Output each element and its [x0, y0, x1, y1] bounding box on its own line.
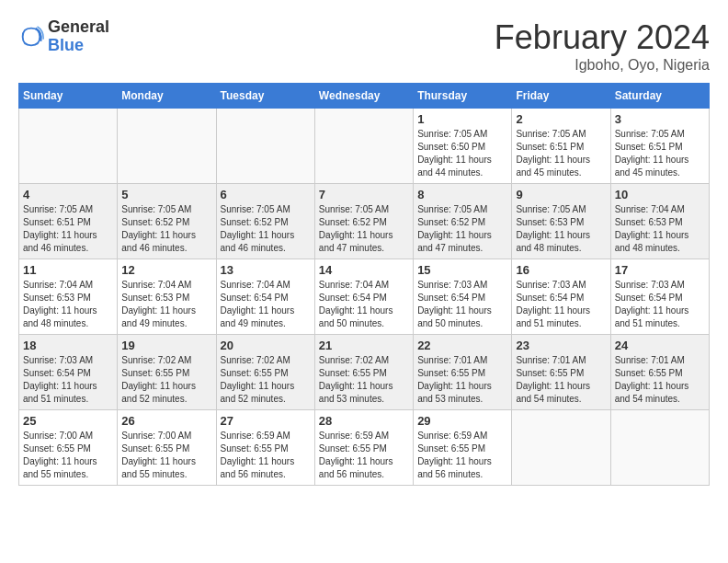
week-row-3: 11Sunrise: 7:04 AM Sunset: 6:53 PM Dayli… [19, 259, 710, 335]
calendar-cell: 27Sunrise: 6:59 AM Sunset: 6:55 PM Dayli… [216, 410, 314, 486]
logo-text: General Blue [48, 18, 109, 55]
day-detail: Sunrise: 7:00 AM Sunset: 6:55 PM Dayligh… [23, 430, 113, 481]
calendar-cell: 15Sunrise: 7:03 AM Sunset: 6:54 PM Dayli… [414, 259, 512, 335]
calendar-cell: 20Sunrise: 7:02 AM Sunset: 6:55 PM Dayli… [216, 335, 314, 410]
calendar-cell [512, 410, 610, 486]
calendar-cell: 6Sunrise: 7:05 AM Sunset: 6:52 PM Daylig… [216, 184, 314, 259]
calendar-cell: 5Sunrise: 7:05 AM Sunset: 6:52 PM Daylig… [118, 184, 216, 259]
logo-general: General [48, 18, 109, 37]
day-number: 28 [319, 414, 409, 428]
day-number: 27 [221, 414, 311, 428]
calendar-cell: 14Sunrise: 7:04 AM Sunset: 6:54 PM Dayli… [314, 259, 413, 335]
day-number: 3 [615, 112, 705, 126]
day-detail: Sunrise: 7:05 AM Sunset: 6:51 PM Dayligh… [615, 128, 705, 179]
calendar-cell: 13Sunrise: 7:04 AM Sunset: 6:54 PM Dayli… [216, 259, 314, 335]
day-detail: Sunrise: 7:01 AM Sunset: 6:55 PM Dayligh… [516, 354, 606, 406]
day-number: 18 [23, 339, 113, 352]
calendar-cell [216, 109, 314, 184]
day-number: 22 [417, 339, 507, 352]
calendar-cell: 12Sunrise: 7:04 AM Sunset: 6:53 PM Dayli… [118, 259, 216, 335]
day-number: 9 [516, 188, 606, 201]
day-detail: Sunrise: 7:01 AM Sunset: 6:55 PM Dayligh… [417, 354, 507, 406]
day-detail: Sunrise: 7:05 AM Sunset: 6:52 PM Dayligh… [319, 203, 409, 255]
day-detail: Sunrise: 7:04 AM Sunset: 6:53 PM Dayligh… [121, 279, 211, 330]
day-detail: Sunrise: 7:01 AM Sunset: 6:55 PM Dayligh… [615, 354, 705, 406]
calendar-cell: 11Sunrise: 7:04 AM Sunset: 6:53 PM Dayli… [19, 259, 118, 335]
day-number: 7 [319, 188, 409, 201]
day-detail: Sunrise: 6:59 AM Sunset: 6:55 PM Dayligh… [319, 430, 409, 481]
calendar-cell [610, 410, 709, 486]
calendar-cell: 7Sunrise: 7:05 AM Sunset: 6:52 PM Daylig… [314, 184, 413, 259]
day-number: 13 [221, 263, 311, 277]
calendar-cell: 9Sunrise: 7:05 AM Sunset: 6:53 PM Daylig… [512, 184, 610, 259]
calendar-cell: 21Sunrise: 7:02 AM Sunset: 6:55 PM Dayli… [314, 335, 413, 410]
day-number: 24 [615, 339, 705, 352]
day-detail: Sunrise: 7:05 AM Sunset: 6:50 PM Dayligh… [417, 128, 507, 179]
week-row-4: 18Sunrise: 7:03 AM Sunset: 6:54 PM Dayli… [19, 335, 710, 410]
calendar-cell [314, 109, 413, 184]
day-detail: Sunrise: 7:03 AM Sunset: 6:54 PM Dayligh… [516, 279, 606, 330]
day-number: 14 [319, 263, 409, 277]
day-number: 12 [121, 263, 211, 277]
calendar: SundayMondayTuesdayWednesdayThursdayFrid… [18, 83, 710, 486]
day-number: 26 [121, 414, 211, 428]
calendar-cell: 24Sunrise: 7:01 AM Sunset: 6:55 PM Dayli… [610, 335, 709, 410]
day-number: 6 [221, 188, 311, 201]
calendar-cell: 1Sunrise: 7:05 AM Sunset: 6:50 PM Daylig… [414, 109, 512, 184]
day-detail: Sunrise: 7:04 AM Sunset: 6:54 PM Dayligh… [221, 279, 311, 330]
day-detail: Sunrise: 7:05 AM Sunset: 6:52 PM Dayligh… [417, 203, 507, 255]
day-detail: Sunrise: 7:00 AM Sunset: 6:55 PM Dayligh… [121, 430, 211, 481]
day-number: 25 [23, 414, 113, 428]
day-number: 4 [23, 188, 113, 201]
calendar-cell: 2Sunrise: 7:05 AM Sunset: 6:51 PM Daylig… [512, 109, 610, 184]
calendar-cell: 29Sunrise: 6:59 AM Sunset: 6:55 PM Dayli… [414, 410, 512, 486]
day-number: 17 [615, 263, 705, 277]
day-number: 10 [615, 188, 705, 201]
day-detail: Sunrise: 6:59 AM Sunset: 6:55 PM Dayligh… [417, 430, 507, 481]
day-number: 2 [516, 112, 606, 126]
day-detail: Sunrise: 7:05 AM Sunset: 6:52 PM Dayligh… [121, 203, 211, 255]
day-detail: Sunrise: 7:05 AM Sunset: 6:51 PM Dayligh… [516, 128, 606, 179]
weekday-header-monday: Monday [118, 84, 216, 109]
day-detail: Sunrise: 6:59 AM Sunset: 6:55 PM Dayligh… [221, 430, 311, 481]
month-title: February 2024 [495, 18, 710, 57]
calendar-cell: 23Sunrise: 7:01 AM Sunset: 6:55 PM Dayli… [512, 335, 610, 410]
day-detail: Sunrise: 7:02 AM Sunset: 6:55 PM Dayligh… [121, 354, 211, 406]
day-number: 15 [417, 263, 507, 277]
day-detail: Sunrise: 7:05 AM Sunset: 6:52 PM Dayligh… [221, 203, 311, 255]
day-detail: Sunrise: 7:03 AM Sunset: 6:54 PM Dayligh… [23, 354, 113, 406]
header: General Blue February 2024 Igboho, Oyo, … [18, 18, 710, 74]
weekday-header-wednesday: Wednesday [314, 84, 413, 109]
logo: General Blue [18, 18, 109, 55]
calendar-cell: 3Sunrise: 7:05 AM Sunset: 6:51 PM Daylig… [610, 109, 709, 184]
day-detail: Sunrise: 7:05 AM Sunset: 6:53 PM Dayligh… [516, 203, 606, 255]
day-detail: Sunrise: 7:03 AM Sunset: 6:54 PM Dayligh… [417, 279, 507, 330]
weekday-header-thursday: Thursday [414, 84, 512, 109]
day-number: 5 [121, 188, 211, 201]
calendar-cell: 26Sunrise: 7:00 AM Sunset: 6:55 PM Dayli… [118, 410, 216, 486]
calendar-cell: 4Sunrise: 7:05 AM Sunset: 6:51 PM Daylig… [19, 184, 118, 259]
day-number: 16 [516, 263, 606, 277]
weekday-header-tuesday: Tuesday [216, 84, 314, 109]
calendar-cell: 28Sunrise: 6:59 AM Sunset: 6:55 PM Dayli… [314, 410, 413, 486]
title-area: February 2024 Igboho, Oyo, Nigeria [495, 18, 710, 74]
day-number: 8 [417, 188, 507, 201]
calendar-cell: 17Sunrise: 7:03 AM Sunset: 6:54 PM Dayli… [610, 259, 709, 335]
day-number: 29 [417, 414, 507, 428]
day-detail: Sunrise: 7:04 AM Sunset: 6:53 PM Dayligh… [615, 203, 705, 255]
weekday-header-row: SundayMondayTuesdayWednesdayThursdayFrid… [19, 84, 710, 109]
day-detail: Sunrise: 7:02 AM Sunset: 6:55 PM Dayligh… [319, 354, 409, 406]
location: Igboho, Oyo, Nigeria [495, 57, 710, 74]
calendar-cell: 25Sunrise: 7:00 AM Sunset: 6:55 PM Dayli… [19, 410, 118, 486]
day-number: 21 [319, 339, 409, 352]
logo-blue: Blue [48, 37, 109, 55]
calendar-cell [118, 109, 216, 184]
calendar-cell: 19Sunrise: 7:02 AM Sunset: 6:55 PM Dayli… [118, 335, 216, 410]
week-row-1: 1Sunrise: 7:05 AM Sunset: 6:50 PM Daylig… [19, 109, 710, 184]
day-number: 1 [417, 112, 507, 126]
weekday-header-saturday: Saturday [610, 84, 709, 109]
day-detail: Sunrise: 7:02 AM Sunset: 6:55 PM Dayligh… [221, 354, 311, 406]
day-number: 23 [516, 339, 606, 352]
weekday-header-friday: Friday [512, 84, 610, 109]
day-detail: Sunrise: 7:04 AM Sunset: 6:53 PM Dayligh… [23, 279, 113, 330]
